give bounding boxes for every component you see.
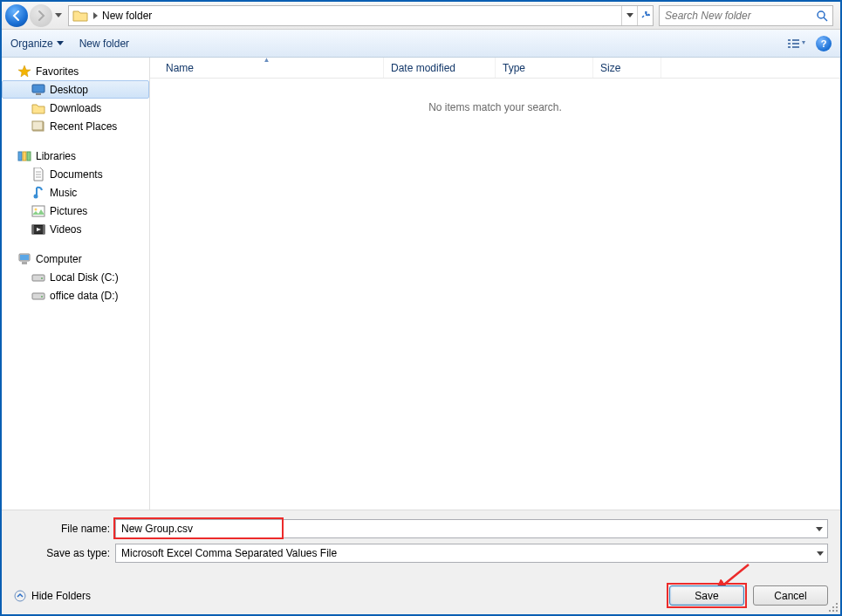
drive-icon (31, 289, 45, 303)
file-name-input[interactable] (115, 519, 828, 538)
combo-arrow-icon[interactable] (816, 523, 823, 535)
nav-history-dropdown[interactable] (54, 13, 63, 18)
search-input[interactable] (660, 10, 811, 22)
column-size[interactable]: Size (593, 58, 661, 78)
column-type[interactable]: Type (496, 58, 593, 78)
tree-item-recent[interactable]: Recent Places (2, 117, 149, 135)
tree-item-drive-d[interactable]: office data (D:) (2, 286, 149, 305)
address-bar[interactable]: New folder (68, 5, 654, 26)
svg-rect-6 (792, 46, 799, 48)
drive-icon (31, 270, 45, 284)
tree-item-videos[interactable]: Videos (2, 220, 149, 238)
favorites-header[interactable]: Favorites (2, 63, 149, 80)
column-date[interactable]: Date modified (384, 58, 496, 78)
svg-point-0 (818, 11, 825, 18)
chevron-right-icon (92, 10, 100, 22)
svg-point-16 (35, 208, 38, 210)
toolbar: Organize New folder ? (2, 30, 840, 58)
music-icon (31, 186, 45, 200)
save-as-dialog: New folder Organize New folder (0, 0, 842, 616)
svg-point-24 (41, 277, 43, 279)
svg-rect-15 (32, 206, 44, 216)
computer-icon (17, 252, 31, 266)
button-row: Hide Folders Save Cancel (14, 568, 828, 606)
videos-icon (31, 222, 45, 236)
folder-icon (72, 8, 89, 24)
chevron-up-icon (14, 590, 26, 602)
organize-menu[interactable]: Organize (10, 38, 64, 50)
forward-button (30, 4, 52, 27)
address-dropdown[interactable] (621, 6, 637, 25)
computer-group: Computer Local Disk (C:) office data (D:… (2, 250, 149, 305)
tree-item-desktop[interactable]: Desktop (2, 80, 149, 99)
svg-rect-4 (792, 43, 799, 44)
search-icon[interactable] (811, 10, 832, 22)
tree-item-music[interactable]: Music (2, 183, 149, 202)
svg-rect-18 (32, 225, 34, 234)
refresh-button[interactable] (637, 6, 653, 25)
file-name-row: File name: (14, 519, 828, 538)
folder-icon (31, 101, 45, 115)
svg-rect-8 (36, 93, 41, 95)
favorites-group: Favorites Desktop Downloads Recent Place… (2, 63, 149, 135)
save-as-type-combo[interactable]: Microsoft Excel Comma Separated Values F… (115, 544, 828, 563)
svg-rect-11 (18, 152, 22, 161)
search-box[interactable] (659, 5, 833, 26)
pictures-icon (31, 204, 45, 218)
svg-rect-5 (788, 46, 791, 48)
column-headers: Name ▲ Date modified Type Size (150, 58, 840, 79)
hide-folders-button[interactable]: Hide Folders (14, 590, 91, 602)
new-folder-button[interactable]: New folder (79, 38, 129, 50)
svg-rect-13 (27, 152, 31, 161)
tree-item-downloads[interactable]: Downloads (2, 99, 149, 117)
libraries-group: Libraries Documents Music Pictures Video… (2, 147, 149, 238)
back-button[interactable] (5, 4, 28, 27)
save-as-type-label: Save as type: (14, 547, 115, 559)
svg-rect-3 (788, 43, 791, 44)
document-icon (31, 168, 45, 181)
star-icon (17, 65, 31, 79)
svg-rect-19 (43, 225, 44, 234)
file-list-pane: Name ▲ Date modified Type Size No items … (150, 58, 840, 510)
empty-message: No items match your search. (150, 79, 840, 113)
view-options-button[interactable] (784, 34, 809, 53)
libraries-header[interactable]: Libraries (2, 147, 149, 165)
file-name-label: File name: (14, 523, 115, 535)
combo-arrow-icon (817, 547, 824, 559)
tree-item-documents[interactable]: Documents (2, 165, 149, 183)
svg-point-14 (34, 194, 38, 198)
navigation-pane[interactable]: Favorites Desktop Downloads Recent Place… (2, 58, 150, 510)
save-button[interactable]: Save (669, 585, 744, 606)
svg-point-26 (41, 296, 43, 298)
computer-header[interactable]: Computer (2, 250, 149, 268)
svg-rect-22 (22, 262, 27, 264)
resize-grip[interactable] (827, 601, 838, 612)
svg-rect-25 (32, 293, 44, 299)
tree-item-drive-c[interactable]: Local Disk (C:) (2, 268, 149, 286)
svg-rect-2 (792, 39, 799, 41)
svg-rect-12 (23, 152, 26, 161)
svg-rect-7 (32, 85, 44, 92)
address-segment[interactable]: New folder (100, 10, 154, 22)
svg-rect-10 (32, 121, 43, 130)
column-name[interactable]: Name ▲ (150, 58, 384, 78)
svg-rect-23 (32, 275, 44, 281)
save-as-type-row: Save as type: Microsoft Excel Comma Sepa… (14, 544, 828, 563)
libraries-icon (17, 149, 31, 163)
recent-icon (31, 120, 45, 133)
sort-asc-icon: ▲ (264, 58, 270, 64)
cancel-button[interactable]: Cancel (753, 585, 828, 606)
tree-item-pictures[interactable]: Pictures (2, 202, 149, 220)
body: Favorites Desktop Downloads Recent Place… (2, 58, 840, 510)
svg-rect-1 (788, 39, 791, 41)
svg-point-27 (15, 591, 25, 601)
svg-rect-21 (20, 255, 29, 260)
nav-bar: New folder (2, 2, 840, 30)
desktop-icon (31, 83, 45, 97)
help-button[interactable]: ? (816, 36, 832, 51)
bottom-panel: File name: Save as type: Microsoft Excel… (2, 510, 840, 614)
